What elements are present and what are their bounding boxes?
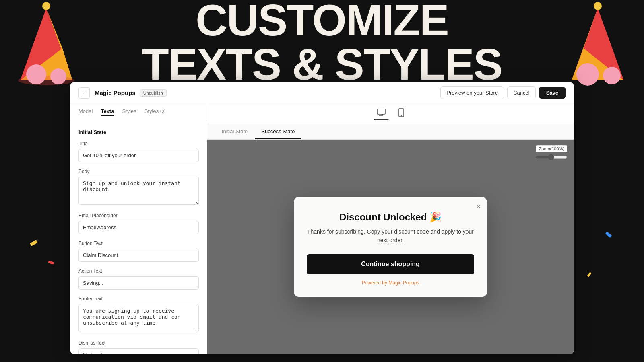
- title-input[interactable]: [78, 149, 199, 162]
- preview-canvas: Zoom(100%) × Discount Unlocked 🎉 Thanks …: [207, 140, 574, 354]
- body-textarea[interactable]: Sign up and unlock your instant discount: [78, 177, 199, 205]
- button-text-label: Button Text: [78, 241, 199, 246]
- editor-body: Modal Texts Styles Styles ⓪ Initial Stat…: [70, 103, 574, 354]
- state-tabs: Initial State Success State: [207, 124, 574, 140]
- right-panel: Initial State Success State Zoom(100%) ×…: [207, 103, 574, 354]
- popup-powered: Powered by Magic Popups: [307, 280, 474, 286]
- popup-body: Thanks for subscribing. Copy your discou…: [307, 228, 474, 245]
- left-panel: Modal Texts Styles Styles ⓪ Initial Stat…: [70, 103, 207, 354]
- editor-window: ← Magic Popups Unpublish Preview on your…: [70, 82, 574, 354]
- powered-brand: Magic Popups: [388, 280, 419, 286]
- footer-text-label: Footer Text: [78, 296, 199, 302]
- confetti-11: [48, 261, 54, 264]
- top-bar: ← Magic Popups Unpublish Preview on your…: [70, 82, 574, 103]
- tab-modal[interactable]: Modal: [78, 108, 93, 116]
- action-text-input[interactable]: [78, 276, 199, 290]
- confetti-12: [605, 232, 612, 238]
- field-group-body: Body Sign up and unlock your instant dis…: [78, 169, 199, 206]
- field-group-dismiss-text: Dismiss Text: [78, 340, 199, 354]
- tab-styles[interactable]: Styles: [122, 108, 136, 116]
- field-group-button-text: Button Text: [78, 241, 199, 262]
- section-title: Initial State: [78, 129, 199, 135]
- state-tab-success[interactable]: Success State: [255, 124, 301, 139]
- hero-banner: CUSTOMIZE TEXTS & STYLES: [0, 0, 644, 84]
- hero-line2: TEXTS & STYLES: [142, 39, 502, 89]
- zoom-label: Zoom(100%): [536, 145, 567, 152]
- field-group-footer-text: Footer Text You are signing up to receiv…: [78, 296, 199, 334]
- tabs-row: Modal Texts Styles Styles ⓪: [70, 103, 207, 121]
- popup-close-button[interactable]: ×: [476, 203, 481, 210]
- form-area: Initial State Title Body Sign up and unl…: [70, 121, 207, 354]
- popup-cta-button[interactable]: Continue shopping: [307, 254, 474, 274]
- title-label: Title: [78, 141, 199, 146]
- app-name: Magic Popups: [95, 89, 136, 96]
- action-text-label: Action Text: [78, 268, 199, 274]
- save-button[interactable]: Save: [539, 87, 566, 99]
- preview-toolbar: [207, 103, 574, 124]
- cancel-button[interactable]: Cancel: [507, 86, 535, 99]
- powered-text: Powered by: [362, 280, 389, 286]
- field-group-action-text: Action Text: [78, 268, 199, 290]
- button-text-input[interactable]: [78, 249, 199, 262]
- popup-modal: × Discount Unlocked 🎉 Thanks for subscri…: [294, 197, 487, 297]
- dismiss-text-input[interactable]: [78, 348, 199, 354]
- popup-title: Discount Unlocked 🎉: [307, 212, 474, 223]
- svg-rect-13: [377, 109, 385, 114]
- email-placeholder-label: Email Placeholder: [78, 213, 199, 218]
- hero-title: CUSTOMIZE TEXTS & STYLES: [142, 0, 502, 86]
- body-label: Body: [78, 169, 199, 174]
- email-placeholder-input[interactable]: [78, 221, 199, 234]
- zoom-slider[interactable]: [535, 154, 567, 160]
- hero-line1: CUSTOMIZE: [196, 0, 448, 45]
- mobile-device-btn[interactable]: [395, 107, 407, 121]
- confetti-10: [30, 240, 38, 246]
- svg-point-18: [401, 115, 402, 116]
- field-group-title: Title: [78, 141, 199, 162]
- footer-text-textarea[interactable]: You are signing up to receive communicat…: [78, 304, 199, 332]
- unpublish-badge[interactable]: Unpublish: [140, 89, 167, 97]
- tab-texts[interactable]: Texts: [101, 108, 114, 116]
- dismiss-text-label: Dismiss Text: [78, 340, 199, 346]
- field-group-email-placeholder: Email Placeholder: [78, 213, 199, 234]
- tab-styles-0[interactable]: Styles ⓪: [144, 108, 165, 117]
- confetti-13: [587, 272, 592, 277]
- preview-button[interactable]: Preview on your Store: [440, 86, 504, 99]
- desktop-device-btn[interactable]: [374, 107, 389, 120]
- state-tab-initial[interactable]: Initial State: [215, 124, 254, 139]
- zoom-indicator: Zoom(100%): [535, 145, 567, 160]
- back-button[interactable]: ←: [78, 87, 90, 99]
